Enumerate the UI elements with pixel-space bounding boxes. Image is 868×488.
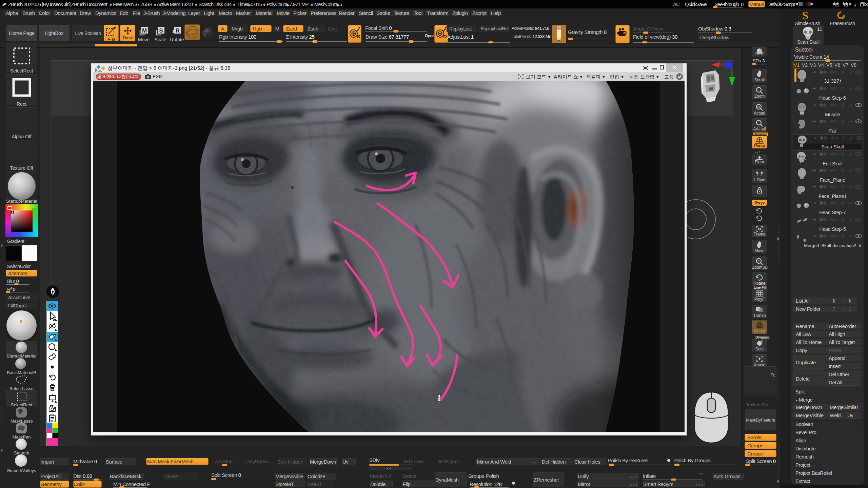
svg-text:x1: x1 [757,105,761,109]
svg-text:S: S [159,27,163,34]
svg-text:D: D [443,34,447,39]
svg-text:S: S [357,34,360,39]
svg-text:M: M [142,27,147,34]
svg-text:z: z [761,219,762,222]
svg-text:S: S [802,10,809,21]
